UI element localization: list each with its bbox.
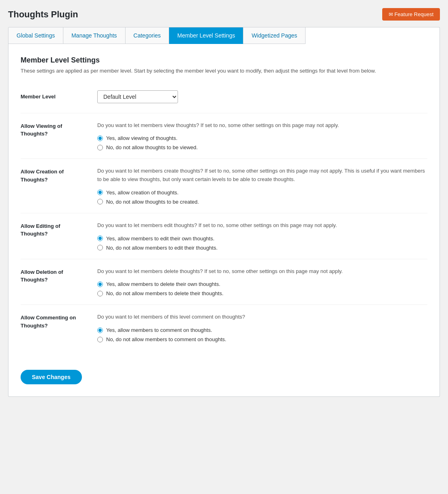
allow-editing-no-label: No, do not allow members to edit their t… (106, 245, 218, 251)
allow-creation-content: Do you want to let members create though… (97, 167, 427, 205)
allow-viewing-label: Allow Viewing of Thoughts? (21, 121, 85, 138)
allow-editing-yes[interactable]: Yes, allow members to edit their own tho… (97, 236, 427, 242)
allow-creation-desc: Do you want to let members create though… (97, 167, 427, 184)
allow-editing-options: Yes, allow members to edit their own tho… (97, 236, 427, 251)
member-level-row: Member Level Default Level Administrator… (21, 86, 427, 113)
tab-member-level-settings[interactable]: Member Level Settings (169, 27, 243, 44)
section-title: Member Level Settings (21, 56, 427, 65)
setting-allow-deletion: Allow Deletion of Thoughts? Do you want … (21, 259, 427, 305)
allow-viewing-yes-label: Yes, allow viewing of thoughts. (106, 135, 178, 141)
allow-creation-yes-label: Yes, allow creation of thoughts. (106, 190, 178, 196)
allow-editing-yes-radio[interactable] (97, 236, 103, 241)
allow-deletion-no-radio[interactable] (97, 291, 103, 296)
setting-allow-commenting: Allow Commenting on Thoughts? Do you wan… (21, 304, 427, 350)
allow-creation-no-radio[interactable] (97, 199, 103, 204)
member-level-label: Member Level (21, 94, 85, 100)
allow-creation-label: Allow Creation of Thoughts? (21, 167, 85, 183)
allow-commenting-content: Do you want to let members of this level… (97, 313, 427, 342)
allow-commenting-yes[interactable]: Yes, allow members to comment on thought… (97, 327, 427, 333)
save-button[interactable]: Save Changes (21, 370, 82, 384)
content-card: Member Level Settings These settings are… (8, 44, 440, 397)
allow-viewing-options: Yes, allow viewing of thoughts. No, do n… (97, 135, 427, 150)
tab-manage-thoughts[interactable]: Manage Thoughts (63, 27, 126, 44)
allow-editing-no-radio[interactable] (97, 245, 103, 250)
allow-deletion-yes-label: Yes, allow members to delete their own t… (106, 281, 220, 287)
tab-widgetized-pages[interactable]: Widgetized Pages (243, 27, 306, 44)
tab-global-settings[interactable]: Global Settings (8, 27, 63, 44)
allow-editing-desc: Do you want to let members edit thoughts… (97, 221, 427, 230)
allow-viewing-yes[interactable]: Yes, allow viewing of thoughts. (97, 135, 427, 141)
allow-creation-yes-radio[interactable] (97, 190, 103, 195)
allow-deletion-no-label: No, do not allow members to delete their… (106, 290, 224, 296)
allow-creation-no[interactable]: No, do not allow thoughts to be created. (97, 199, 427, 205)
allow-commenting-options: Yes, allow members to comment on thought… (97, 327, 427, 342)
member-level-select[interactable]: Default Level Administrator Subscriber C… (97, 90, 178, 103)
allow-commenting-no[interactable]: No, do not allow members to comment on t… (97, 336, 427, 342)
tab-categories[interactable]: Categories (126, 27, 170, 44)
allow-viewing-desc: Do you want to let members view thoughts… (97, 121, 427, 130)
save-section: Save Changes (21, 362, 427, 384)
allow-deletion-no[interactable]: No, do not allow members to delete their… (97, 290, 427, 296)
allow-editing-yes-label: Yes, allow members to edit their own tho… (106, 236, 214, 242)
allow-deletion-desc: Do you want to let members delete though… (97, 267, 427, 276)
feature-request-button[interactable]: ✉ Feature Request (382, 8, 440, 21)
allow-editing-no[interactable]: No, do not allow members to edit their t… (97, 245, 427, 251)
allow-commenting-label: Allow Commenting on Thoughts? (21, 313, 85, 329)
allow-commenting-no-label: No, do not allow members to comment on t… (106, 336, 226, 342)
setting-allow-viewing: Allow Viewing of Thoughts? Do you want t… (21, 113, 427, 159)
allow-editing-content: Do you want to let members edit thoughts… (97, 221, 427, 251)
allow-creation-options: Yes, allow creation of thoughts. No, do … (97, 190, 427, 205)
allow-commenting-yes-radio[interactable] (97, 327, 103, 333)
allow-creation-no-label: No, do not allow thoughts to be created. (106, 199, 199, 205)
allow-creation-yes[interactable]: Yes, allow creation of thoughts. (97, 190, 427, 196)
allow-viewing-no-label: No, do not allow thoughts to be viewed. (106, 144, 198, 150)
allow-commenting-desc: Do you want to let members of this level… (97, 313, 427, 321)
section-description: These settings are applied as per member… (21, 67, 427, 75)
allow-commenting-no-radio[interactable] (97, 337, 103, 342)
page-title: Thoughts Plugin (8, 9, 78, 20)
setting-allow-editing: Allow Editing of Thoughts? Do you want t… (21, 213, 427, 259)
allow-viewing-content: Do you want to let members view thoughts… (97, 121, 427, 151)
allow-deletion-options: Yes, allow members to delete their own t… (97, 281, 427, 296)
tabs-nav: Global Settings Manage Thoughts Categori… (8, 27, 440, 44)
allow-viewing-no[interactable]: No, do not allow thoughts to be viewed. (97, 144, 427, 150)
allow-deletion-yes-radio[interactable] (97, 281, 103, 287)
allow-viewing-no-radio[interactable] (97, 145, 103, 150)
allow-commenting-yes-label: Yes, allow members to comment on thought… (106, 327, 212, 333)
allow-editing-label: Allow Editing of Thoughts? (21, 221, 85, 238)
allow-deletion-yes[interactable]: Yes, allow members to delete their own t… (97, 281, 427, 287)
allow-deletion-label: Allow Deletion of Thoughts? (21, 267, 85, 284)
allow-deletion-content: Do you want to let members delete though… (97, 267, 427, 297)
allow-viewing-yes-radio[interactable] (97, 135, 103, 141)
setting-allow-creation: Allow Creation of Thoughts? Do you want … (21, 158, 427, 213)
